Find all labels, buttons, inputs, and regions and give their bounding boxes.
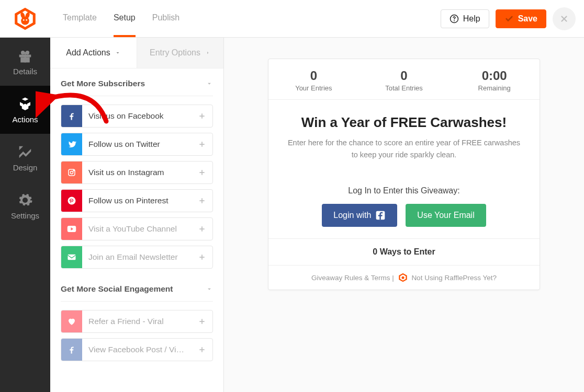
plus-icon bbox=[198, 197, 206, 204]
add-action-button[interactable] bbox=[192, 197, 212, 204]
plus-icon bbox=[198, 112, 206, 120]
gift-icon bbox=[17, 48, 33, 64]
action-item[interactable]: Follow us on Pinterest bbox=[61, 189, 213, 212]
svg-point-13 bbox=[26, 51, 30, 55]
facebook-icon bbox=[61, 105, 82, 128]
action-item-label: Refer a Friend - Viral bbox=[82, 317, 192, 326]
chevron-down-icon bbox=[206, 80, 213, 87]
help-button[interactable]: Help bbox=[441, 9, 489, 28]
tab-publish[interactable]: Publish bbox=[152, 0, 179, 37]
close-button[interactable] bbox=[553, 7, 576, 30]
help-button-label: Help bbox=[463, 14, 480, 24]
action-item[interactable]: Visit a YouTube Channel bbox=[61, 217, 213, 240]
giveaway-widget: 0 Your Entries 0 Total Entries 0:00 Rema… bbox=[268, 59, 540, 290]
add-action-button[interactable] bbox=[192, 141, 212, 148]
topbar: Template Setup Publish Help Save bbox=[0, 0, 584, 38]
add-action-button[interactable] bbox=[192, 112, 212, 120]
svg-point-17 bbox=[68, 197, 76, 205]
plus-icon bbox=[198, 141, 206, 148]
rules-link[interactable]: Giveaway Rules & Terms bbox=[311, 274, 390, 282]
action-item-label: Visit a YouTube Channel bbox=[82, 224, 192, 234]
add-action-button[interactable] bbox=[192, 318, 212, 325]
plus-icon bbox=[198, 346, 206, 353]
panel-tab-entry-options[interactable]: Entry Options bbox=[137, 38, 223, 68]
ways-to-enter: 0 Ways to Enter bbox=[268, 238, 540, 265]
save-button-label: Save bbox=[518, 14, 537, 24]
plus-icon bbox=[198, 225, 206, 233]
rafflepress-badge-icon bbox=[398, 273, 408, 282]
top-tabs: Template Setup Publish bbox=[63, 0, 179, 37]
svg-point-12 bbox=[21, 51, 25, 55]
use-email-button[interactable]: Use Your Email bbox=[406, 204, 486, 227]
tab-setup[interactable]: Setup bbox=[114, 0, 136, 37]
action-item[interactable]: Refer a Friend - Viral bbox=[61, 310, 213, 333]
left-rail: Details Actions Design Settings bbox=[0, 38, 50, 392]
chevron-right-icon bbox=[205, 50, 211, 56]
svg-point-8 bbox=[454, 20, 455, 21]
twitter-icon bbox=[61, 133, 82, 156]
tab-template[interactable]: Template bbox=[63, 0, 97, 37]
pinterest-icon bbox=[61, 189, 82, 212]
login-facebook-button[interactable]: Login with bbox=[322, 204, 397, 227]
svg-point-15 bbox=[70, 171, 73, 174]
actions-panel: Add Actions Entry Options Get More Subsc… bbox=[50, 38, 224, 392]
stat-remaining: 0:00 Remaining bbox=[449, 59, 540, 99]
instagram-icon bbox=[61, 161, 82, 184]
rail-item-settings[interactable]: Settings bbox=[0, 182, 50, 230]
svg-point-23 bbox=[401, 276, 404, 279]
help-icon bbox=[450, 14, 459, 24]
section-header[interactable]: Get More Subscribers bbox=[50, 68, 223, 96]
preview-area: 0 Your Entries 0 Total Entries 0:00 Rema… bbox=[224, 38, 584, 392]
action-item-label: Follow us on Twitter bbox=[82, 140, 192, 149]
svg-point-16 bbox=[73, 170, 74, 171]
panel-tab-add-actions[interactable]: Add Actions bbox=[50, 38, 137, 68]
close-icon bbox=[559, 14, 569, 24]
login-prompt: Log In to Enter this Giveaway: bbox=[285, 186, 523, 195]
action-item[interactable]: Follow us on Twitter bbox=[61, 133, 213, 156]
gear-icon bbox=[17, 192, 33, 208]
logo bbox=[0, 7, 50, 31]
giveaway-description: Enter here for the chance to score an en… bbox=[285, 137, 523, 161]
svg-point-6 bbox=[26, 19, 27, 20]
stat-your-entries: 0 Your Entries bbox=[268, 59, 359, 99]
giveaway-title: Win a Year of FREE Carwashes! bbox=[285, 114, 523, 131]
plus-icon bbox=[198, 318, 206, 325]
action-item-label: Follow us on Pinterest bbox=[82, 196, 192, 205]
svg-point-4 bbox=[21, 16, 29, 25]
rail-item-details[interactable]: Details bbox=[0, 38, 50, 86]
action-item[interactable]: Visit us on Facebook bbox=[61, 105, 213, 128]
add-action-button[interactable] bbox=[192, 225, 212, 233]
rafflepress-cta-link[interactable]: Not Using RafflePress Yet? bbox=[411, 274, 497, 282]
action-item[interactable]: View Facebook Post / Video bbox=[61, 338, 213, 361]
action-item-label: Visit us on Facebook bbox=[82, 111, 192, 121]
save-button[interactable]: Save bbox=[496, 9, 546, 28]
section-title: Get More Subscribers bbox=[61, 79, 145, 88]
facebook-icon bbox=[375, 210, 386, 221]
facebook-icon bbox=[61, 338, 82, 361]
design-icon bbox=[17, 144, 33, 160]
rail-item-design[interactable]: Design bbox=[0, 134, 50, 182]
action-item-label: Visit us on Instagram bbox=[82, 168, 192, 177]
action-item[interactable]: Join an Email Newsletter bbox=[61, 246, 213, 269]
giveaway-footer: Giveaway Rules & Terms | Not Using Raffl… bbox=[268, 265, 540, 290]
chevron-down-icon bbox=[115, 50, 121, 56]
add-action-button[interactable] bbox=[192, 253, 212, 261]
svg-rect-19 bbox=[68, 255, 76, 260]
youtube-icon bbox=[61, 217, 82, 240]
action-item[interactable]: Visit us on Instagram bbox=[61, 161, 213, 184]
action-item-label: View Facebook Post / Video bbox=[82, 345, 192, 354]
svg-point-5 bbox=[23, 19, 25, 20]
add-action-button[interactable] bbox=[192, 346, 212, 353]
blocks-icon bbox=[17, 96, 33, 112]
rail-item-actions[interactable]: Actions bbox=[0, 86, 50, 134]
heart-icon bbox=[61, 310, 82, 333]
stat-total-entries: 0 Total Entries bbox=[359, 59, 450, 99]
action-item-label: Join an Email Newsletter bbox=[82, 252, 192, 262]
chevron-down-icon bbox=[206, 285, 213, 293]
plus-icon bbox=[198, 253, 206, 261]
mail-icon bbox=[61, 246, 82, 269]
check-icon bbox=[504, 15, 514, 23]
plus-icon bbox=[198, 169, 206, 176]
section-header[interactable]: Get More Social Engagement bbox=[50, 274, 223, 301]
add-action-button[interactable] bbox=[192, 169, 212, 176]
